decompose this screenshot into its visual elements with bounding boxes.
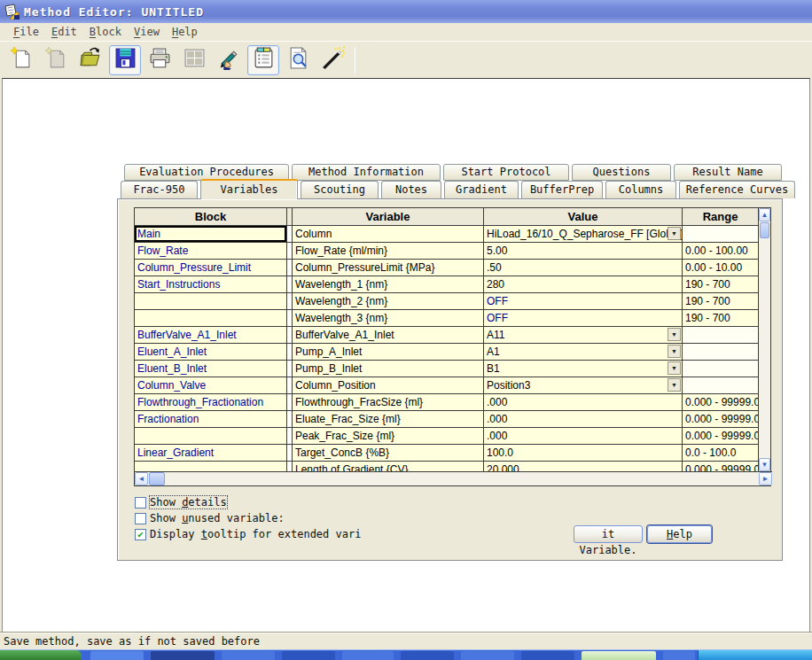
value-cell[interactable]: A11▼ xyxy=(484,327,683,344)
range-cell: 0.0 - 100.0 xyxy=(683,445,758,462)
value-cell[interactable]: A1▼ xyxy=(484,344,683,361)
value-cell[interactable]: 100.0 xyxy=(484,445,683,462)
checkbox-label[interactable]: Show details xyxy=(150,496,227,509)
variable-cell: Target_ConcB {%B} xyxy=(293,445,484,462)
block-link-eluent_a_inlet[interactable]: Eluent_A_Inlet xyxy=(135,344,287,361)
new-method-button[interactable] xyxy=(5,45,37,75)
table-row: Flow_RateFlow_Rate {ml/min}5.000.00 - 10… xyxy=(135,243,758,260)
dropdown-arrow-icon[interactable]: ▼ xyxy=(668,361,681,375)
block-link-buffervalve_a1_inlet[interactable]: BufferValve_A1_Inlet xyxy=(135,327,287,344)
tab-scouting[interactable]: Scouting xyxy=(301,181,379,198)
scroll-down-button[interactable]: ▼ xyxy=(759,458,770,471)
tab-questions[interactable]: Questions xyxy=(572,164,671,181)
method-notes-button[interactable] xyxy=(247,45,279,75)
it-variable--button[interactable]: it Variable. xyxy=(574,525,643,543)
new-disabled-button[interactable] xyxy=(40,45,72,75)
column-header-range: Range xyxy=(683,208,758,226)
block-link-linear_gradient[interactable]: Linear_Gradient xyxy=(135,445,287,462)
value-cell[interactable]: OFF xyxy=(484,293,683,310)
value-cell[interactable]: 280 xyxy=(484,276,683,293)
scroll-right-button[interactable]: ► xyxy=(759,472,772,485)
save-method-button[interactable] xyxy=(109,45,141,75)
tab-row-front: Frac-950VariablesScoutingNotesGradientBu… xyxy=(121,181,798,199)
block-link-column_valve[interactable]: Column_Valve xyxy=(135,377,287,394)
taskbar-task-button[interactable] xyxy=(401,651,454,660)
taskbar-task-button[interactable] xyxy=(90,651,144,660)
tab-method-information[interactable]: Method Information xyxy=(292,164,441,181)
block-link-main[interactable]: Main xyxy=(135,226,287,243)
menu-file[interactable]: File xyxy=(7,25,45,39)
value-cell[interactable]: .000 xyxy=(484,394,683,411)
horizontal-scroll-thumb[interactable] xyxy=(149,472,165,485)
taskbar-task-button[interactable] xyxy=(461,651,514,660)
block-link-column_pressure_limit[interactable]: Column_Pressure_Limit xyxy=(135,260,287,276)
tab-result-name[interactable]: Result Name xyxy=(674,164,782,181)
print-preview-icon xyxy=(286,46,310,74)
dropdown-arrow-icon[interactable]: ▼ xyxy=(668,378,681,392)
table-row: BufferValve_A1_InletBufferValve_A1_Inlet… xyxy=(135,327,758,344)
menu-edit[interactable]: Edit xyxy=(45,25,83,39)
taskbar-task-button[interactable] xyxy=(222,651,275,660)
tab-bufferprep[interactable]: BufferPrep xyxy=(521,181,603,198)
taskbar-task-button[interactable] xyxy=(663,651,695,660)
tab-frac-950[interactable]: Frac-950 xyxy=(121,181,198,198)
vertical-scrollbar[interactable]: ▲ ▼ xyxy=(758,208,770,471)
signature-button[interactable] xyxy=(213,45,245,75)
taskbar-task-button[interactable] xyxy=(342,651,394,660)
wizard-button[interactable] xyxy=(316,45,348,75)
block-link-eluent_b_inlet[interactable]: Eluent_B_Inlet xyxy=(135,361,287,377)
taskbar-task-button[interactable] xyxy=(282,651,335,660)
value-cell[interactable]: B1▼ xyxy=(484,361,683,377)
title-bar[interactable]: Method Editor: UNTITLED xyxy=(0,0,812,23)
tab-notes[interactable]: Notes xyxy=(381,181,441,198)
menu-block[interactable]: Block xyxy=(83,25,128,39)
taskbar-task-button[interactable] xyxy=(151,651,215,660)
dropdown-arrow-icon[interactable]: ▼ xyxy=(668,345,681,358)
table-row: Flowthrough_FractionationFlowthrough_Fra… xyxy=(135,394,758,411)
value-cell[interactable]: 5.00 xyxy=(484,243,683,260)
menu-view[interactable]: View xyxy=(128,25,166,39)
block-link-flow_rate[interactable]: Flow_Rate xyxy=(135,243,287,260)
open-method-button[interactable] xyxy=(74,45,106,75)
help-button[interactable]: Help xyxy=(647,525,712,543)
system-tray[interactable] xyxy=(698,650,812,660)
block-link-start_instructions[interactable]: Start_Instructions xyxy=(135,276,287,293)
horizontal-scrollbar[interactable]: ◄ ► xyxy=(135,471,772,485)
checkbox-unchecked[interactable] xyxy=(135,513,146,524)
value-cell[interactable]: .000 xyxy=(484,428,683,445)
vertical-scroll-thumb[interactable] xyxy=(760,222,769,238)
taskbar-task-button-active[interactable] xyxy=(582,651,656,660)
checkbox-label[interactable]: Display tooltip for extended vari xyxy=(150,528,361,540)
scroll-left-button[interactable]: ◄ xyxy=(135,472,148,485)
tab-gradient[interactable]: Gradient xyxy=(444,181,519,198)
table-body: MainColumnHiLoad_16/10_Q_Sepharose_FF [G… xyxy=(135,226,758,471)
horizontal-scroll-track[interactable] xyxy=(166,472,759,485)
dropdown-arrow-icon[interactable]: ▼ xyxy=(668,328,681,341)
tab-columns[interactable]: Columns xyxy=(605,181,676,198)
tab-start-protocol[interactable]: Start Protocol xyxy=(443,164,569,181)
print-preview-button[interactable] xyxy=(282,45,314,75)
value-cell[interactable]: 20.000 xyxy=(484,462,683,471)
value-cell[interactable]: HiLoad_16/10_Q_Sepharose_FF [Global]▼ xyxy=(484,226,683,243)
dropdown-arrow-icon[interactable]: ▼ xyxy=(668,227,681,240)
scroll-up-button[interactable]: ▲ xyxy=(759,208,770,221)
block-link-fractionation[interactable]: Fractionation xyxy=(135,411,287,428)
value-cell[interactable]: Position3▼ xyxy=(484,377,683,394)
range-cell: 0.00 - 100.00 xyxy=(683,243,758,260)
block-link-flowthrough_fractionation[interactable]: Flowthrough_Fractionation xyxy=(135,394,287,411)
vertical-scroll-track[interactable] xyxy=(759,239,770,458)
start-button[interactable] xyxy=(0,650,82,660)
checkbox-checked[interactable]: ✔ xyxy=(135,529,146,540)
value-cell[interactable]: .000 xyxy=(484,411,683,428)
checkbox-unchecked[interactable] xyxy=(135,497,146,509)
tile-windows-button[interactable] xyxy=(178,45,210,75)
variable-cell: Pump_A_Inlet xyxy=(293,344,484,361)
tab-variables[interactable]: Variables xyxy=(200,179,298,199)
menu-help[interactable]: Help xyxy=(166,25,204,39)
taskbar-task-button[interactable] xyxy=(521,651,574,660)
checkbox-label[interactable]: Show unused variable: xyxy=(150,512,285,524)
print-button[interactable] xyxy=(144,45,176,75)
tab-reference-curves[interactable]: Reference Curves xyxy=(679,181,795,198)
value-cell[interactable]: OFF xyxy=(484,310,683,327)
value-cell[interactable]: .50 xyxy=(484,260,683,276)
